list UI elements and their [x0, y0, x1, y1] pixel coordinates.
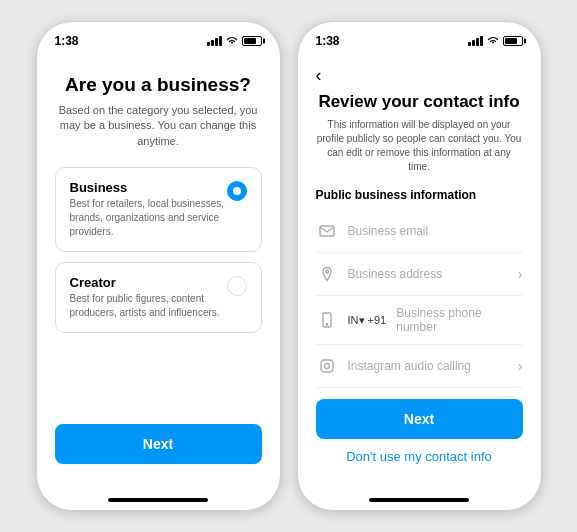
- section-label: Public business information: [316, 188, 523, 202]
- email-row[interactable]: Business email: [316, 210, 523, 253]
- email-icon: [316, 220, 338, 242]
- creator-option-text: Creator Best for public figures, content…: [70, 275, 227, 320]
- svg-rect-4: [321, 360, 333, 372]
- phone-icon: [316, 309, 338, 331]
- screen-content-1: Are you a business? Based on the categor…: [37, 54, 280, 492]
- home-indicator-1: [37, 492, 280, 510]
- page-title-2: Review your contact info: [316, 92, 523, 112]
- page-title-1: Are you a business?: [55, 74, 262, 97]
- bottom-section-2: Next Don't use my contact info: [316, 399, 523, 480]
- next-button-1[interactable]: Next: [55, 424, 262, 464]
- time-2: 1:38: [316, 34, 340, 48]
- phone-2: 1:38: [297, 21, 542, 511]
- back-button[interactable]: ‹: [316, 66, 523, 84]
- instagram-icon: [316, 355, 338, 377]
- phone-row[interactable]: IN▾ +91 Business phone number: [316, 296, 523, 345]
- battery-icon: [242, 36, 262, 46]
- home-indicator-2: [298, 492, 541, 510]
- signal-icon: [207, 36, 222, 46]
- svg-point-1: [325, 270, 328, 273]
- instagram-chevron: ›: [518, 358, 523, 374]
- status-bar-1: 1:38: [37, 22, 280, 54]
- svg-point-5: [324, 364, 329, 369]
- phone-field[interactable]: Business phone number: [396, 306, 522, 334]
- business-option-title: Business: [70, 180, 227, 195]
- next-button-2[interactable]: Next: [316, 399, 523, 439]
- wifi-icon-2: [487, 35, 499, 47]
- phone-prefix: IN▾ +91: [348, 314, 387, 327]
- business-option[interactable]: Business Best for retailers, local busin…: [55, 167, 262, 252]
- svg-rect-0: [320, 226, 334, 236]
- business-option-desc: Best for retailers, local businesses, br…: [70, 197, 227, 239]
- status-bar-2: 1:38: [298, 22, 541, 54]
- status-icons-2: [468, 35, 523, 47]
- business-option-text: Business Best for retailers, local busin…: [70, 180, 227, 239]
- bottom-section-1: Next: [55, 424, 262, 480]
- dont-use-link[interactable]: Don't use my contact info: [316, 449, 523, 464]
- business-radio[interactable]: [227, 181, 247, 201]
- creator-option-desc: Best for public figures, content produce…: [70, 292, 227, 320]
- creator-option[interactable]: Creator Best for public figures, content…: [55, 262, 262, 333]
- signal-icon-2: [468, 36, 483, 46]
- address-field[interactable]: Business address: [348, 267, 508, 281]
- svg-point-3: [326, 324, 327, 325]
- instagram-field[interactable]: Instagram audio calling: [348, 359, 508, 373]
- svg-point-6: [329, 363, 330, 364]
- status-icons-1: [207, 35, 262, 47]
- battery-icon-2: [503, 36, 523, 46]
- address-row[interactable]: Business address ›: [316, 253, 523, 296]
- time-1: 1:38: [55, 34, 79, 48]
- screen-content-2: ‹ Review your contact info This informat…: [298, 54, 541, 492]
- email-field[interactable]: Business email: [348, 224, 523, 238]
- page-subtitle-1: Based on the category you selected, you …: [55, 103, 262, 149]
- instagram-row[interactable]: Instagram audio calling ›: [316, 345, 523, 388]
- page-subtitle-2: This information will be displayed on yo…: [316, 118, 523, 174]
- phone-1: 1:38: [36, 21, 281, 511]
- creator-radio[interactable]: [227, 276, 247, 296]
- address-chevron: ›: [518, 266, 523, 282]
- wifi-icon: [226, 35, 238, 47]
- location-icon: [316, 263, 338, 285]
- creator-option-title: Creator: [70, 275, 227, 290]
